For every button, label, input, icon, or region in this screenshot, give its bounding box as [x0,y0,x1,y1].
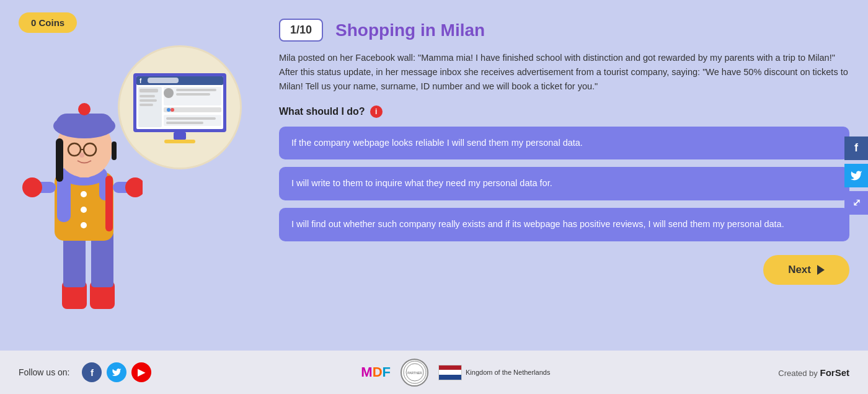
share-twitter-button[interactable] [844,164,868,187]
svg-rect-49 [164,140,195,143]
facebook-screenshot-circle: f [118,45,242,169]
question-counter: 1/10 [279,19,323,42]
svg-rect-21 [56,138,63,182]
footer-twitter-button[interactable] [107,362,126,382]
svg-rect-36 [140,99,157,102]
svg-rect-37 [140,104,153,106]
svg-rect-35 [140,95,155,97]
what-should-label: What should I do? i [279,105,849,118]
svg-point-26 [79,153,84,158]
info-icon: i [370,105,383,118]
netherlands-badge: Kingdom of the Netherlands [438,365,550,380]
mdf-logo: MDF [361,364,391,380]
answer-option-3[interactable]: I will find out whether such company rea… [279,208,849,241]
svg-rect-32 [189,78,220,83]
svg-rect-19 [56,114,113,135]
footer-youtube-button[interactable]: ▶ [131,362,151,382]
answer-option-1[interactable]: If the company webpage looks reliable I … [279,127,849,160]
question-header: 1/10 Shopping in Milan [279,19,849,42]
svg-text:PARTNER: PARTNER [407,371,422,375]
svg-point-5 [81,191,87,197]
svg-point-6 [81,207,87,213]
svg-rect-45 [164,115,221,126]
svg-rect-31 [148,78,179,83]
coins-badge: 0 Coins [19,12,77,33]
svg-rect-47 [166,122,203,124]
social-sidebar: f ⤢ [844,137,868,215]
share-facebook-button[interactable]: f [844,137,868,160]
svg-rect-46 [166,117,216,120]
svg-point-12 [22,177,42,197]
svg-point-14 [125,177,143,197]
question-title: Shopping in Milan [335,20,485,40]
svg-rect-34 [140,89,158,92]
svg-point-7 [81,222,87,228]
footer-logos: MDF PARTNER Kingdom of the Netherlands [361,359,550,387]
svg-point-20 [78,103,91,115]
svg-rect-40 [176,89,216,91]
svg-point-39 [164,88,174,98]
svg-rect-41 [176,93,210,96]
next-arrow-icon [817,265,825,275]
expand-button[interactable]: ⤢ [844,191,868,215]
netherlands-label: Kingdom of the Netherlands [466,369,550,376]
partner-logo-1: PARTNER [401,359,428,387]
follow-label: Follow us on: [19,367,69,377]
answer-option-2[interactable]: I will write to them to inquire what the… [279,167,849,200]
svg-point-43 [167,108,170,112]
svg-rect-33 [138,87,162,127]
footer-facebook-button[interactable]: f [82,362,102,382]
svg-point-44 [170,108,174,112]
svg-rect-22 [112,141,117,160]
footer: Follow us on: f ▶ MDF PARTNER Kingdom of… [0,351,868,394]
next-button[interactable]: Next [763,255,849,285]
svg-rect-15 [105,176,113,231]
svg-rect-48 [174,132,186,140]
footer-social-icons: f ▶ [82,362,151,382]
forset-credit: Created by ForSet [778,367,849,378]
story-text: Mila posted on her Facebook wall: "Mamma… [279,51,849,94]
